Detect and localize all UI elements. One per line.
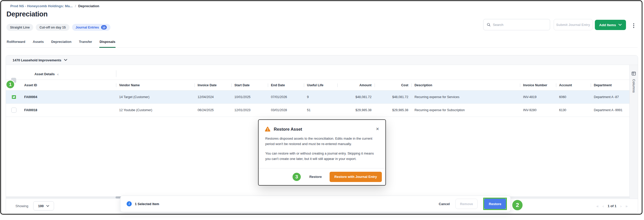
tab-depreciation[interactable]: Depreciation	[51, 38, 72, 48]
chevron-down-icon	[619, 24, 622, 26]
asset-details-group-label: Asset Details	[34, 72, 55, 76]
add-items-button[interactable]: Add Items	[595, 20, 626, 30]
journal-entries-chip[interactable]: Journal Entries 10	[72, 24, 110, 31]
useful-life-cell: 51	[304, 108, 337, 112]
close-icon[interactable]: ✕	[376, 127, 379, 131]
column-group-header: Asset Details ‹	[6, 65, 630, 80]
table-row: FA00004 14 Target (Customer) 12/04/2024 …	[6, 91, 630, 104]
cost-cell: $48,081.72	[375, 95, 411, 99]
row-checkbox[interactable]	[11, 108, 16, 113]
vendor-cell: 14 Target (Customer)	[116, 95, 195, 99]
summary-chips: Straight Line Cut-off on day 15 Journal …	[6, 24, 110, 31]
columns-toggle[interactable]: Columns	[629, 65, 638, 199]
columns-toggle-label: Columns	[632, 79, 636, 93]
header-department: Department	[591, 83, 630, 87]
breadcrumb-current: Depreciation	[78, 4, 99, 8]
tab-bar: Rollforward Assets Depreciation Transfer…	[6, 38, 638, 48]
modal-restore-button[interactable]: Restore	[309, 175, 322, 179]
selected-count-label: 1 Selected Item	[135, 202, 159, 206]
header-amount: Amount	[337, 83, 375, 87]
annotation-highlight-box: Restore	[483, 198, 507, 210]
row-checkbox[interactable]	[14, 95, 14, 99]
end-date-cell: 07/01/2026	[268, 95, 304, 99]
vendor-cell: 12 Youtube (Customer)	[116, 108, 195, 112]
header-invoice-number: Invoice Number	[520, 83, 556, 87]
showing-label: Showing	[15, 204, 28, 208]
invoice-date-cell: 06/24/2025	[195, 108, 231, 112]
tab-assets[interactable]: Assets	[32, 38, 44, 48]
page-indicator: 1 of 1	[608, 204, 616, 208]
pagination: « ‹ 1 of 1 › »	[596, 204, 628, 208]
chevron-down-icon	[46, 205, 49, 207]
tab-disposals[interactable]: Disposals	[99, 38, 116, 48]
annotation-highlight-box	[12, 95, 16, 99]
department-cell: Department A -9991	[591, 108, 630, 112]
more-options-button[interactable]	[631, 22, 637, 29]
search-input[interactable]	[493, 23, 546, 27]
account-cell: 6060	[556, 95, 591, 99]
selection-bar: i 1 Selected Item Cancel Remove Restore	[120, 196, 511, 212]
header-cost: Cost	[375, 83, 411, 87]
warning-icon	[265, 127, 271, 132]
invoice-date-cell: 12/04/2024	[195, 95, 231, 99]
collapse-group-icon[interactable]: ‹	[57, 72, 59, 76]
breadcrumb: Prod NS - Honeycomb Holdings: Ma... / De…	[10, 4, 99, 8]
header-start-date: Start Date	[231, 83, 268, 87]
start-date-cell: 12/01/2023	[231, 108, 268, 112]
end-date-cell: 03/01/2028	[268, 108, 304, 112]
account-selector-label: 1470 Leasehold Improvements	[13, 58, 61, 62]
first-page-icon[interactable]: «	[596, 204, 598, 208]
annotation-step-3: 3	[292, 172, 302, 182]
restore-button[interactable]: Restore	[484, 199, 506, 209]
breadcrumb-separator: /	[75, 4, 76, 8]
group-divider	[116, 70, 116, 77]
invoice-number-cell: INV-4819	[520, 95, 556, 99]
cost-cell: $29,985.38	[375, 108, 411, 112]
asset-id-link[interactable]: FA00018	[24, 108, 37, 112]
submit-journal-entry-button[interactable]: Submit Journal Entry	[554, 19, 593, 30]
account-cell: 6130	[556, 108, 591, 112]
cutoff-chip: Cut-off on day 15	[36, 24, 69, 31]
modal-title: Restore Asset	[274, 127, 302, 132]
page-size-value: 100	[38, 204, 44, 208]
account-selector[interactable]: 1470 Leasehold Improvements	[6, 55, 638, 65]
description-cell: Recurring expense for Services	[411, 95, 520, 99]
header-description: Description	[411, 83, 520, 87]
last-page-icon[interactable]: »	[625, 204, 628, 208]
amount-cell: $29,985.38	[337, 108, 375, 112]
header-account: Account	[556, 83, 591, 87]
remove-button[interactable]: Remove	[455, 199, 478, 209]
header-end-date: End Date	[268, 83, 304, 87]
method-chip: Straight Line	[6, 24, 33, 31]
search-box[interactable]	[483, 19, 550, 30]
breadcrumb-parent-link[interactable]: Prod NS - Honeycomb Holdings: Ma...	[10, 4, 73, 8]
columns-icon	[632, 72, 636, 75]
tab-transfer[interactable]: Transfer	[79, 38, 92, 48]
header-asset-id: Asset ID	[22, 83, 116, 87]
restore-with-journal-entry-button[interactable]: Restore with Journal Entry	[330, 172, 382, 182]
description-cell: Recurring expense for Subscription	[411, 108, 520, 112]
header-invoice-date: Invoice Date	[195, 83, 231, 87]
page-title: Depreciation	[6, 10, 48, 18]
header-useful-life: Useful Life	[304, 83, 337, 87]
invoice-number-cell: INV-9280	[520, 108, 556, 112]
start-date-cell: 10/01/2025	[231, 95, 268, 99]
asset-id-link[interactable]: FA00004	[24, 95, 37, 99]
modal-paragraph: Restores disposed assets to the reconcil…	[265, 136, 379, 147]
header-vendor-name: Vendor Name	[116, 83, 195, 87]
modal-paragraph: You can restore with or without creating…	[265, 151, 379, 161]
journal-entries-label: Journal Entries	[76, 26, 99, 29]
app-window: Prod NS - Honeycomb Holdings: Ma... / De…	[0, 0, 644, 220]
next-page-icon[interactable]: ›	[620, 204, 622, 208]
search-icon	[487, 23, 490, 27]
annotation-step-2: 2	[511, 199, 523, 211]
restore-asset-modal: Restore Asset ✕ Restores disposed assets…	[258, 119, 386, 186]
tab-rollforward[interactable]: Rollforward	[6, 38, 25, 48]
page-size-select[interactable]: 100	[33, 201, 54, 211]
info-icon: i	[127, 201, 132, 206]
cancel-button[interactable]: Cancel	[439, 202, 450, 206]
table-row: FA00018 12 Youtube (Customer) 06/24/2025…	[6, 104, 630, 117]
previous-page-icon[interactable]: ‹	[603, 204, 604, 208]
journal-entries-count-badge: 10	[101, 25, 107, 30]
annotation-step-1: 1	[6, 80, 15, 89]
